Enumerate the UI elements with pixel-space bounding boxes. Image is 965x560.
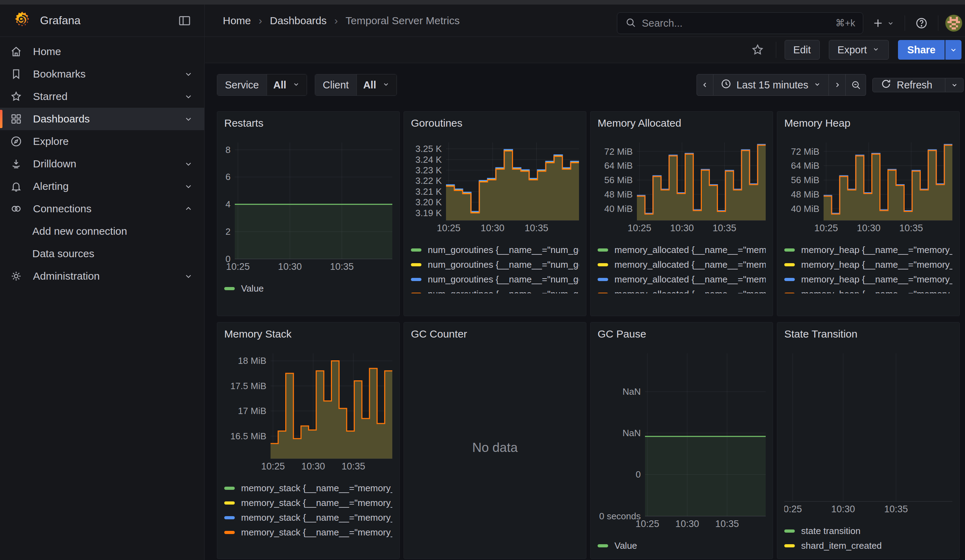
legend-item[interactable]: num_goroutines {__name__="num_go	[411, 289, 579, 293]
sidebar-item-dashboards[interactable]: Dashboards	[0, 108, 204, 130]
drilldown-icon	[10, 158, 23, 170]
sidebar-item-explore[interactable]: Explore	[0, 130, 204, 153]
time-range-button[interactable]: Last 15 minutes	[713, 74, 829, 96]
user-avatar[interactable]	[945, 15, 962, 31]
svg-text:3.22 K: 3.22 K	[415, 175, 442, 186]
apps-icon	[10, 113, 23, 125]
legend-item[interactable]: num_goroutines {__name__="num_go	[411, 245, 579, 255]
favorite-star-button[interactable]	[748, 40, 767, 60]
breadcrumb-dashboards[interactable]: Dashboards	[270, 15, 327, 27]
home-icon	[10, 45, 23, 58]
export-button[interactable]: Export	[829, 40, 889, 60]
svg-text:10:35: 10:35	[715, 519, 739, 529]
time-shift-back-button[interactable]	[697, 74, 713, 96]
legend-item[interactable]: memory_stack {__name__="memory_s	[224, 498, 392, 508]
panel-state-transition: State Transition0:2510:3010:35state tran…	[777, 322, 960, 559]
service-variable-select[interactable]: All	[267, 74, 307, 95]
legend-swatch	[411, 263, 422, 266]
chart-plot-memory-heap[interactable]: 72 MiB64 MiB56 MiB48 MiB40 MiB10:2510:30…	[784, 142, 952, 233]
sidebar-item-connections[interactable]: Connections	[0, 198, 204, 220]
search-input[interactable]: Search... ⌘+k	[617, 12, 863, 34]
sidebar-item-administration[interactable]: Administration	[0, 265, 204, 287]
chevron-up-icon[interactable]	[183, 204, 194, 214]
chevron-down-icon[interactable]	[183, 114, 194, 124]
legend-item[interactable]: state transition	[784, 526, 952, 536]
chevron-down-icon[interactable]	[183, 158, 194, 169]
legend-item[interactable]: memory_allocated {__name__="memo	[598, 289, 766, 293]
panel-memory-allocated: Memory Allocated72 MiB64 MiB56 MiB48 MiB…	[590, 111, 773, 316]
legend-item[interactable]: memory_heap {__name__="memory_h	[784, 289, 952, 293]
svg-text:56 MiB: 56 MiB	[604, 175, 633, 185]
svg-text:3.20 K: 3.20 K	[415, 197, 442, 207]
add-button[interactable]	[869, 14, 898, 32]
chevron-down-icon[interactable]	[183, 91, 194, 102]
legend-item[interactable]: memory_allocated {__name__="memo	[598, 245, 766, 255]
chevron-down-icon[interactable]	[183, 69, 194, 79]
sidebar-item-bookmarks[interactable]: Bookmarks	[0, 63, 204, 85]
time-shift-forward-button[interactable]	[829, 74, 846, 96]
legend-item[interactable]: memory_allocated {__name__="memo	[598, 260, 766, 269]
legend-label: state transition	[801, 526, 860, 537]
sidebar-item-data-sources[interactable]: Data sources	[0, 242, 204, 265]
legend-label: num_goroutines {__name__="num_go	[428, 274, 579, 285]
legend-item[interactable]: Value	[598, 541, 766, 550]
legend-item[interactable]: memory_allocated {__name__="memo	[598, 274, 766, 284]
svg-text:10:25: 10:25	[226, 261, 250, 272]
panel-title: GC Counter	[411, 328, 579, 342]
chart-plot-state-transition[interactable]: 0:2510:3010:35	[784, 353, 952, 515]
svg-text:18 MiB: 18 MiB	[238, 356, 267, 366]
chevron-down-icon[interactable]	[183, 181, 194, 191]
sidebar-item-starred[interactable]: Starred	[0, 85, 204, 108]
share-dropdown-button[interactable]	[945, 40, 962, 60]
sidebar-toggle-icon[interactable]	[175, 11, 195, 31]
sidebar-item-drilldown[interactable]: Drilldown	[0, 153, 204, 175]
chart-plot-memory-allocated[interactable]: 72 MiB64 MiB56 MiB48 MiB40 MiB10:2510:30…	[598, 142, 766, 233]
chart-plot-gc-pause[interactable]: NaNNaN00 seconds10:2510:3010:35	[598, 353, 766, 529]
chart-plot-goroutines[interactable]: 3.25 K3.24 K3.23 K3.22 K3.21 K3.20 K3.19…	[411, 142, 579, 233]
svg-text:48 MiB: 48 MiB	[791, 189, 819, 200]
no-data-message: No data	[411, 342, 579, 553]
dashboard-toolbar: Edit Export Share	[205, 37, 965, 63]
sidebar-item-home[interactable]: Home	[0, 40, 204, 63]
sidebar-item-label: Administration	[33, 270, 100, 282]
legend-swatch	[411, 248, 422, 251]
panel-legend: Value	[224, 279, 392, 293]
sidebar-item-alerting[interactable]: Alerting	[0, 175, 204, 198]
legend-item[interactable]: memory_stack {__name__="memory_s	[224, 513, 392, 522]
svg-text:10:25: 10:25	[815, 223, 838, 233]
refresh-button[interactable]: Refresh	[872, 78, 945, 92]
nav-right-cluster	[869, 11, 962, 35]
svg-text:64 MiB: 64 MiB	[604, 160, 633, 171]
bell-icon	[10, 180, 23, 193]
legend-swatch	[224, 516, 235, 519]
legend-item[interactable]: memory_stack {__name__="memory_s	[224, 527, 392, 537]
legend-item[interactable]: shard_item_created	[784, 541, 952, 550]
sidebar-item-label: Home	[33, 46, 61, 57]
legend-item[interactable]: num_goroutines {__name__="num_go	[411, 260, 579, 269]
svg-text:10:35: 10:35	[342, 461, 365, 472]
share-button[interactable]: Share	[898, 40, 945, 60]
legend-label: memory_stack {__name__="memory_s	[241, 512, 392, 523]
svg-text:56 MiB: 56 MiB	[791, 175, 819, 185]
legend-item[interactable]: num_goroutines {__name__="num_go	[411, 274, 579, 284]
chevron-down-icon[interactable]	[183, 271, 194, 281]
chart-plot-memory-stack[interactable]: 18 MiB17.5 MiB17 MiB16.5 MiB10:2510:3010…	[224, 353, 392, 472]
legend-item[interactable]: memory_heap {__name__="memory_h	[784, 260, 952, 269]
sidebar-item-add-new-connection[interactable]: Add new connection	[0, 220, 204, 242]
edit-button[interactable]: Edit	[785, 40, 820, 60]
client-variable-select[interactable]: All	[357, 74, 396, 95]
help-button[interactable]	[912, 14, 931, 33]
breadcrumb-home[interactable]: Home	[223, 15, 251, 27]
svg-text:64 MiB: 64 MiB	[791, 160, 819, 171]
legend-item[interactable]: Value	[224, 284, 392, 293]
legend-swatch	[598, 278, 608, 281]
legend-item[interactable]: memory_stack {__name__="memory_s	[224, 483, 392, 493]
chart-plot-restarts[interactable]: 8642010:2510:3010:35	[224, 142, 392, 272]
zoom-out-button[interactable]	[846, 74, 866, 96]
panel-legend: memory_heap {__name__="memory_hmemory_he…	[784, 240, 952, 293]
panel-legend: memory_allocated {__name__="memomemory_a…	[598, 240, 766, 293]
legend-item[interactable]: memory_heap {__name__="memory_h	[784, 274, 952, 284]
legend-item[interactable]: memory_heap {__name__="memory_h	[784, 245, 952, 255]
refresh-interval-button[interactable]	[945, 78, 963, 92]
chart-area: 18 MiB17.5 MiB17 MiB16.5 MiB10:2510:3010…	[224, 353, 392, 473]
